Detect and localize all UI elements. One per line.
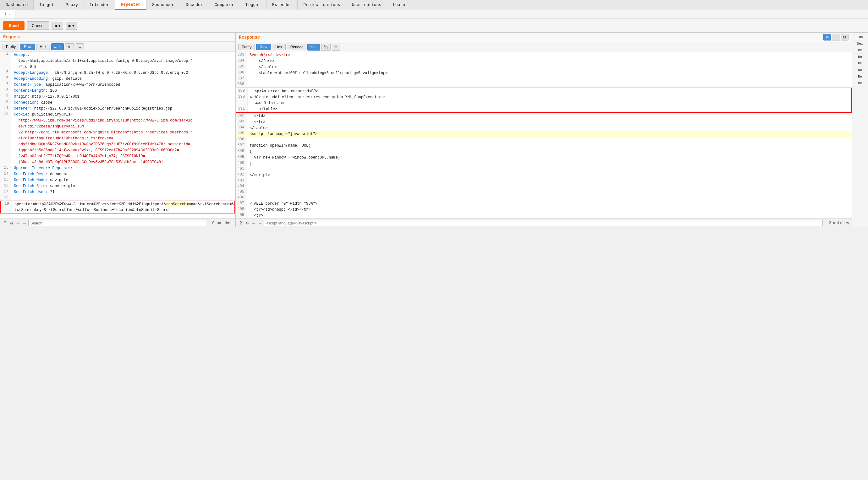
tab-bar: 1 × ... bbox=[0, 10, 868, 19]
response-line-394: 394 </table> bbox=[236, 125, 852, 131]
response-back-icon[interactable]: ← bbox=[251, 220, 256, 226]
cancel-button[interactable]: Cancel bbox=[27, 21, 49, 30]
response-line-386: 386 <table width=100% cellpadding=5 cell… bbox=[236, 70, 852, 76]
tab-dots-label: ... bbox=[20, 12, 27, 16]
nav-sequencer[interactable]: Sequencer bbox=[147, 0, 180, 10]
response-line-408: 408 <tr><td>&nbsp; </td></tr> bbox=[236, 207, 852, 212]
view-split-btn[interactable]: ⊞ bbox=[824, 34, 831, 40]
response-line-393: 393 </tr> bbox=[236, 119, 852, 125]
nav-learn[interactable]: Learn bbox=[387, 0, 411, 10]
nav-user-options[interactable]: User options bbox=[346, 0, 387, 10]
response-hex-btn[interactable]: Hex bbox=[272, 44, 285, 50]
request-hex-btn[interactable]: Hex bbox=[36, 44, 50, 50]
request-search-input[interactable] bbox=[28, 220, 206, 226]
request-line-9: 9 Origin: http://127.0.0.1:7001 bbox=[0, 94, 235, 100]
response-help-icon[interactable]: ? bbox=[238, 220, 243, 226]
response-render-btn[interactable]: Render bbox=[287, 44, 306, 50]
request-line-12d: et/glue/inquire/uddi!XMethods|; csrftoke… bbox=[0, 135, 235, 141]
ins-re-5[interactable]: Re bbox=[853, 73, 867, 80]
nav-intruder[interactable]: Intruder bbox=[84, 0, 115, 10]
nav-target[interactable]: Target bbox=[34, 0, 60, 10]
response-search-input[interactable] bbox=[264, 220, 823, 226]
forward-button[interactable]: ▶ ▾ bbox=[66, 22, 77, 30]
back-button[interactable]: ◀ ▾ bbox=[52, 22, 63, 30]
tab-1-close[interactable]: × bbox=[8, 12, 11, 16]
response-code-area[interactable]: 383 Search"></td></tr> 384 </form> 385 <… bbox=[236, 52, 852, 218]
request-line-10: 10 Connection: close bbox=[0, 100, 235, 105]
response-line-404: 404 bbox=[236, 184, 852, 189]
response-line-401: 401 bbox=[236, 166, 852, 172]
response-format-icon[interactable]: ≡→ bbox=[307, 44, 320, 50]
response-raw-btn[interactable]: Raw bbox=[256, 44, 271, 50]
request-help-icon[interactable]: ? bbox=[2, 220, 7, 226]
request-forward-icon[interactable]: → bbox=[22, 220, 27, 226]
ins-re-1[interactable]: Re bbox=[853, 47, 867, 54]
request-line-13: 13 Upgrade-Insecure-Requests: 1 bbox=[0, 165, 235, 171]
request-line-4: 4 Accept: bbox=[0, 52, 235, 58]
nav-comparer[interactable]: Comparer bbox=[209, 0, 240, 10]
response-settings-icon[interactable]: ⚙ bbox=[245, 220, 250, 226]
ins-re-4[interactable]: Re bbox=[853, 67, 867, 73]
nav-logger[interactable]: Logger bbox=[240, 0, 267, 10]
request-newline-icon[interactable]: \n bbox=[65, 43, 74, 50]
request-line-12a: http://www-3.ibm.com/services/uddi/inqui… bbox=[0, 117, 235, 124]
response-bottom-bar: ? ⚙ ← → 2 matches bbox=[236, 218, 852, 227]
response-forward-icon[interactable]: → bbox=[257, 220, 262, 226]
request-matches-count: 0 matches bbox=[208, 221, 232, 226]
request-back-icon[interactable]: ← bbox=[16, 220, 21, 226]
request-line-15: 15 Sec-Fetch-Mode: navigate bbox=[0, 177, 235, 183]
request-settings-icon[interactable]: ⚙ bbox=[9, 220, 14, 226]
response-line-402: 402 </script> bbox=[236, 172, 852, 178]
response-line-395: 395 <script language="javascript"> bbox=[236, 131, 852, 137]
request-line-12: 12 Cookie: publicinquiryurls= bbox=[0, 111, 235, 117]
response-line-399: 399 var new_window = window.open(URL,nam… bbox=[236, 155, 852, 161]
tab-1-label: 1 bbox=[4, 12, 7, 16]
request-line-17: 17 Sec-Fetch-User: ?1 bbox=[0, 189, 235, 195]
ins-re-2[interactable]: Re bbox=[853, 54, 867, 60]
request-title: Request bbox=[0, 33, 235, 42]
tab-1[interactable]: 1 × bbox=[0, 10, 16, 19]
response-toolbar: Pretty Raw Hex Render ≡→ \n ≡ bbox=[236, 42, 852, 52]
response-menu-icon[interactable]: ≡ bbox=[332, 44, 340, 50]
response-line-405: 405 bbox=[236, 189, 852, 195]
main-panels: Request Pretty Raw Hex ≡→ \n ≡ 4 Accept:… bbox=[0, 33, 868, 227]
request-bottom-bar: ? ⚙ ← → 0 matches bbox=[0, 218, 235, 227]
request-raw-btn[interactable]: Raw bbox=[21, 44, 35, 50]
response-pretty-btn[interactable]: Pretty bbox=[238, 44, 255, 50]
request-line-12e: oMsftdhwU0Qmn5NSZSmoMG3OvHs1Bw0oyIPS76ug… bbox=[0, 141, 235, 147]
ins-re-6[interactable]: Re bbox=[853, 80, 867, 87]
nav-extender[interactable]: Extender bbox=[267, 0, 298, 10]
ins-re-3[interactable]: Re bbox=[853, 60, 867, 67]
request-line-11: 11 Referer: http://127.0.0.1:7001/uddiex… bbox=[0, 105, 235, 111]
nav-decoder[interactable]: Decoder bbox=[180, 0, 209, 10]
response-line-390: 390 weblogic.uddi.client.structures.exce… bbox=[236, 94, 851, 100]
response-newline-icon[interactable]: \n bbox=[321, 44, 331, 50]
view-cols-btn[interactable]: ⊟ bbox=[841, 34, 848, 40]
response-line-383: 383 Search"></td></tr> bbox=[236, 52, 852, 58]
ins-panel: Ins Sel Re Re Re Re Re Re bbox=[852, 33, 868, 227]
request-code-area[interactable]: 4 Accept: text/html,application/xhtml+xm… bbox=[0, 52, 235, 218]
send-button[interactable]: Send bbox=[3, 21, 25, 30]
view-rows-btn[interactable]: ☰ bbox=[832, 34, 840, 40]
nav-project-options[interactable]: Project options bbox=[298, 0, 346, 10]
nav-dashboard[interactable]: Dashboard bbox=[0, 0, 34, 10]
ins-sel[interactable]: Sel bbox=[853, 40, 867, 47]
request-menu-icon[interactable]: ≡ bbox=[76, 43, 84, 50]
request-format-icon[interactable]: ≡→ bbox=[51, 43, 64, 50]
request-pretty-btn[interactable]: Pretty bbox=[2, 44, 19, 50]
request-line-8: 8 Content-Length: 166 bbox=[0, 88, 235, 94]
request-line-4b: /*;q=0.8 bbox=[0, 64, 235, 70]
response-line-397: 397 function openWin(name, URL) bbox=[236, 142, 852, 148]
request-line-12f: 1gqnsbfzb5o36napli4afwvonux9v9k1; SESS12… bbox=[0, 147, 235, 153]
response-line-387: 387 bbox=[236, 76, 852, 81]
nav-proxy[interactable]: Proxy bbox=[60, 0, 84, 10]
nav-repeater[interactable]: Repeater bbox=[115, 0, 146, 10]
tab-dots[interactable]: ... bbox=[16, 10, 31, 19]
request-line-14: 14 Sec-Fetch-Dest: document bbox=[0, 171, 235, 177]
request-line-5: 5 Accept-Language: zh-CN,zh;q=0.8,zh-TW;… bbox=[0, 70, 235, 76]
response-line-389: 389 <p>An error has occurred<BR> bbox=[236, 88, 851, 94]
response-line-403: 403 bbox=[236, 178, 852, 184]
response-line-407: 407 <TABLE border="0" width="95%"> bbox=[236, 201, 852, 207]
request-line-12c: V2|http://uddi.rte.microsoft.com/inquire… bbox=[0, 129, 235, 135]
response-line-391: 391 </table> bbox=[236, 106, 851, 112]
